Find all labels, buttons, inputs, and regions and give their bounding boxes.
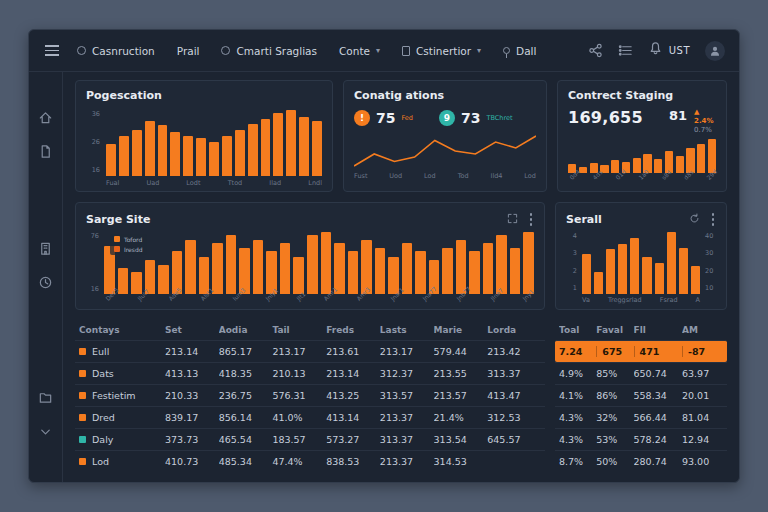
bell-icon <box>648 41 663 60</box>
table-row[interactable]: Lod410.73485.3447.4%838.53213.37314.53 <box>75 450 545 472</box>
x-axis: FualUadLodtTtodIladLndl <box>106 179 322 187</box>
bar <box>679 248 688 293</box>
table-cell: 213.17 <box>272 346 326 357</box>
table-row[interactable]: Dats413.13418.35210.13213.14312.37213.55… <box>75 362 545 384</box>
card-title: Pogescation <box>86 89 322 102</box>
x-tick: A <box>696 296 700 304</box>
bar <box>667 232 676 294</box>
table-cell: 413.13 <box>165 368 219 379</box>
table-cell: 650.74 <box>634 368 682 379</box>
table-cell: 213.61 <box>326 346 380 357</box>
column-header[interactable]: Lasts <box>380 325 434 335</box>
document-icon[interactable] <box>38 144 53 163</box>
building-icon[interactable] <box>38 241 53 260</box>
table-row[interactable]: 4.3%32%566.4481.04 <box>555 406 727 428</box>
nav-item-2[interactable]: Cmarti Sraglias <box>221 45 317 57</box>
x-tick: Ild4 <box>490 172 502 180</box>
x-tick: Fust <box>354 172 367 180</box>
table-cell: 410.73 <box>165 456 219 467</box>
column-header[interactable]: Faval <box>596 325 633 335</box>
table-row[interactable]: 4.9%85%650.7463.97 <box>555 362 727 384</box>
menu-icon[interactable] <box>43 41 61 60</box>
clock-icon[interactable] <box>38 275 53 294</box>
table-cell: 418.35 <box>219 368 273 379</box>
bar <box>235 130 245 176</box>
nav-item-0[interactable]: Casnruction <box>77 45 155 57</box>
table-cell: 210.13 <box>272 368 326 379</box>
y-axis-left: 4321 <box>566 232 577 294</box>
row-label: Eull <box>92 346 109 357</box>
table-row[interactable]: Eull213.14865.17213.17213.61213.17579.44… <box>75 340 545 362</box>
x-tick: Fsrad <box>660 296 678 304</box>
nav-item-label: Conte <box>339 45 370 57</box>
refresh-icon[interactable] <box>689 213 700 226</box>
card-serall: Serall 4321 40302010 VaTreggsrla <box>555 202 727 310</box>
chevron-down-icon[interactable] <box>38 424 53 443</box>
notifications[interactable]: UST <box>648 41 690 60</box>
table-cell: 558.34 <box>634 390 682 401</box>
table-cell: 856.14 <box>219 412 273 423</box>
share-icon[interactable] <box>588 43 603 58</box>
nav-item-3[interactable]: Conte▾ <box>339 45 380 57</box>
x-tick: Uad <box>146 179 159 187</box>
nav-item-1[interactable]: Prail <box>177 45 200 57</box>
home-icon[interactable] <box>38 110 53 129</box>
table-cell: 645.57 <box>487 434 541 445</box>
column-header[interactable]: Lorda <box>487 325 541 335</box>
column-header[interactable]: Set <box>165 325 219 335</box>
column-header[interactable]: Aodia <box>219 325 273 335</box>
column-header[interactable]: Toal <box>559 325 596 335</box>
top-nav: CasnructionPrailCmarti SragliasConte▾Cst… <box>77 45 536 57</box>
x-tick: Fual <box>106 179 119 187</box>
table-row[interactable]: 8.7%50%280.7493.00 <box>555 450 727 472</box>
bar <box>630 238 639 294</box>
nav-item-4[interactable]: Cstinertior▾ <box>402 45 481 57</box>
bar <box>375 248 386 293</box>
y-tick: 2 <box>566 267 577 275</box>
table-row[interactable]: 4.3%53%578.2412.94 <box>555 428 727 450</box>
bar <box>280 243 291 293</box>
column-header[interactable]: Freds <box>326 325 380 335</box>
chevron-down-icon: ▾ <box>376 46 380 55</box>
x-axis: VaTreggsrladFsradA <box>582 296 700 304</box>
alert-circle-icon: ! <box>354 110 370 126</box>
table-row[interactable]: 4.1%86%558.3420.01 <box>555 384 727 406</box>
bar <box>402 243 413 293</box>
bar-chart <box>582 232 700 294</box>
table-cell: 4.3% <box>559 434 596 445</box>
column-header[interactable]: Contays <box>79 325 165 335</box>
table-cell: 47.4% <box>272 456 326 467</box>
table-cell: 93.00 <box>682 456 723 467</box>
table-row[interactable]: Festietim210.33236.75576.31413.25313.572… <box>75 384 545 406</box>
table-row[interactable]: Dred839.17856.1441.0%413.14213.3721.4%31… <box>75 406 545 428</box>
table-header-row: ContaysSetAodiaTailFredsLastsMarieLorda <box>75 320 545 340</box>
table-cell: 210.33 <box>165 390 219 401</box>
table-cell: 213.57 <box>434 390 488 401</box>
more-icon[interactable] <box>528 211 535 228</box>
card-sarge-site: Sarge Site TofordIresdd 7616 Dec <box>75 202 545 310</box>
x-tick: Lndl <box>308 179 322 187</box>
bar <box>606 249 615 293</box>
column-header[interactable]: Marie <box>434 325 488 335</box>
avatar[interactable] <box>705 41 725 61</box>
x-axis: FustUodLodTodIld4Lod <box>354 172 536 180</box>
y-tick: 36 <box>86 110 100 118</box>
table-row[interactable]: Daly373.73465.54183.57573.27313.37313.54… <box>75 428 545 450</box>
table-row-highlighted[interactable]: 7.24675471-87 <box>555 340 727 362</box>
sidebar <box>29 72 63 482</box>
column-header[interactable]: Fll <box>634 325 682 335</box>
table-cell: 213.42 <box>487 346 541 357</box>
column-header[interactable]: AM <box>682 325 723 335</box>
column-header[interactable]: Tail <box>272 325 326 335</box>
nav-item-5[interactable]: Dall <box>503 45 536 57</box>
list-icon[interactable] <box>618 43 633 58</box>
bar <box>209 142 219 176</box>
folder-icon[interactable] <box>38 390 53 409</box>
row-label: Festietim <box>92 390 136 401</box>
bar <box>312 121 322 176</box>
expand-icon[interactable] <box>507 213 518 226</box>
table-cell: 579.44 <box>434 346 488 357</box>
more-icon[interactable] <box>710 211 717 228</box>
bar <box>212 243 223 293</box>
x-tick: Uod <box>389 172 402 180</box>
